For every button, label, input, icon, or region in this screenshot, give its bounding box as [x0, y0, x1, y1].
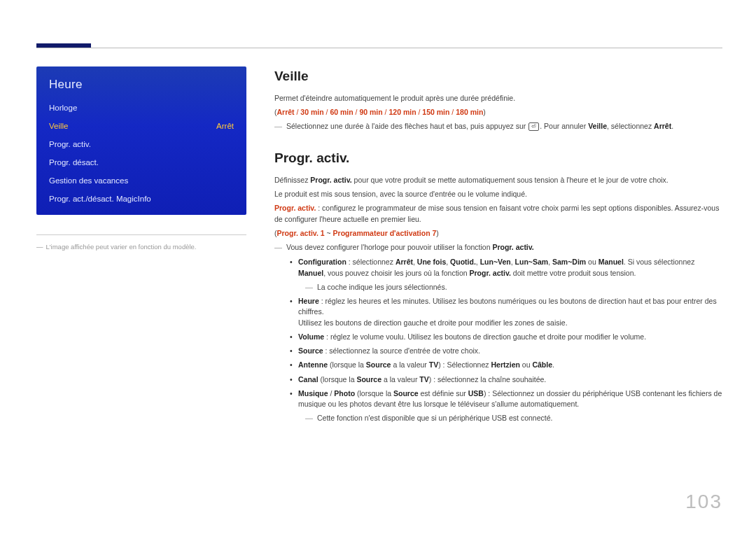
- progr-bullet-list: • Configuration : sélectionnez Arrêt, Un…: [290, 257, 722, 423]
- osd-menu-title: Heure: [36, 66, 246, 99]
- sidebar-footnote: ―L'image affichée peut varier en fonctio…: [36, 242, 246, 252]
- section-heading-progr-activ: Progr. activ.: [274, 148, 722, 168]
- progr-p3: Progr. activ. : configurez le programmat…: [274, 203, 722, 224]
- veille-options: (Arrêt / 30 min / 60 min / 90 min / 120 …: [274, 107, 722, 118]
- veille-intro: Permet d'éteindre automatiquement le pro…: [274, 93, 722, 104]
- bullet-musique-photo: • Musique / Photo (lorsque la Source est…: [290, 388, 722, 409]
- osd-menu-item-veille[interactable]: Veille Arrêt: [36, 117, 246, 135]
- bullet-configuration: • Configuration : sélectionnez Arrêt, Un…: [290, 257, 722, 278]
- bullet-configuration-sub: ―La coche indique les jours sélectionnés…: [305, 282, 722, 293]
- main-content: Veille Permet d'éteindre automatiquement…: [274, 66, 722, 428]
- sidebar-divider: ―L'image affichée peut varier en fonctio…: [36, 234, 246, 252]
- header-divider: [36, 48, 722, 48]
- bullet-musique-photo-sub: ―Cette fonction n'est disponible que si …: [305, 413, 722, 423]
- osd-menu-item-progr-desact[interactable]: Progr. désact.: [36, 153, 246, 171]
- progr-p2: Le produit est mis sous tension, avec la…: [274, 189, 722, 199]
- osd-menu-panel: Heure Horloge Veille Arrêt Progr. activ.…: [36, 66, 246, 215]
- bullet-volume: • Volume : réglez le volume voulu. Utili…: [290, 332, 722, 342]
- osd-menu-item-magicinfo[interactable]: Progr. act./désact. MagicInfo: [36, 190, 246, 208]
- page-number: 103: [685, 491, 722, 513]
- section-heading-veille: Veille: [274, 66, 722, 86]
- bullet-source: • Source : sélectionnez la source d'entr…: [290, 346, 722, 356]
- bullet-antenne: • Antenne (lorsque la Source a la valeur…: [290, 360, 722, 370]
- bullet-heure: • Heure : réglez les heures et les minut…: [290, 296, 722, 328]
- progr-note-clock: ― Vous devez configurer l'horloge pour p…: [274, 242, 722, 253]
- osd-menu-item-progr-activ[interactable]: Progr. activ.: [36, 135, 246, 153]
- veille-note: ― Sélectionnez une durée à l'aide des fl…: [274, 121, 722, 132]
- progr-p1: Définissez Progr. activ. pour que votre …: [274, 175, 722, 185]
- osd-menu-item-horloge[interactable]: Horloge: [36, 99, 246, 117]
- osd-menu-item-gestion-vacances[interactable]: Gestion des vacances: [36, 171, 246, 190]
- page-layout: Heure Horloge Veille Arrêt Progr. activ.…: [36, 66, 722, 428]
- progr-options: (Progr. activ. 1 ~ Programmateur d'activ…: [274, 228, 722, 239]
- sidebar: Heure Horloge Veille Arrêt Progr. activ.…: [36, 66, 274, 428]
- enter-icon: ⏎: [528, 122, 539, 131]
- bullet-canal: • Canal (lorsque la Source a la valeur T…: [290, 374, 722, 385]
